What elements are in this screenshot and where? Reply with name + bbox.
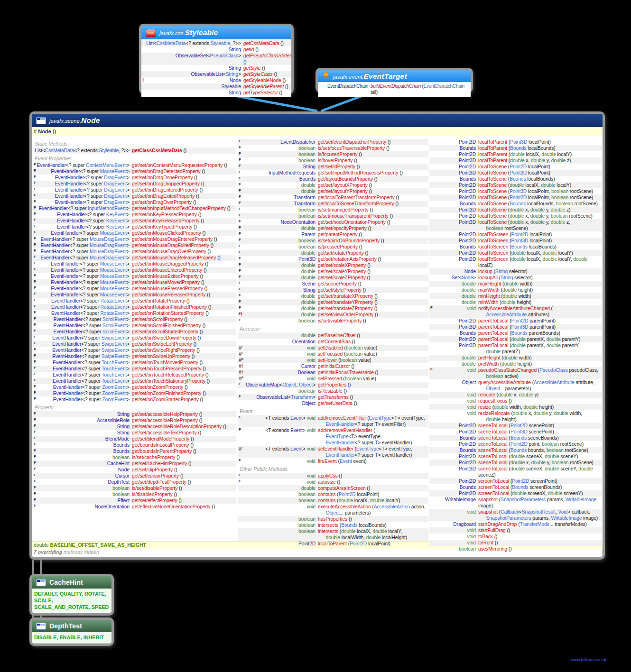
- method-row: Fdoubleget/set/scaleXProperty (): [238, 262, 428, 268]
- method-row: FStringget/set/styleProperty (): [238, 287, 428, 293]
- method-row: StyleablegetStyleableParent (): [141, 83, 291, 90]
- method-row: Point3DparentToLocal (double parentX, do…: [429, 342, 602, 355]
- method-row: #FvoidsetDisabled (boolean value): [238, 345, 428, 351]
- method-row: FEventHandler<? super MouseEvent>get/set…: [33, 261, 236, 267]
- method-row: voidsnapshot (Callback<SnapshotResult, V…: [429, 509, 602, 521]
- method-row: Point3DlocalToScene (double x, double y,…: [429, 219, 602, 231]
- method-row: FEventHandler<? super ScrollEvent>get/se…: [33, 329, 236, 335]
- method-row: FEventHandler<? super ZoomEvent>get/set/…: [33, 384, 236, 390]
- method-row: StringgetTypeSelector (): [141, 90, 291, 96]
- method-row: Point2DparentToLocal (Point2D parentPoin…: [429, 318, 602, 324]
- method-row: FEventHandler<? super DragEvent>get/set/…: [33, 175, 236, 181]
- method-row: #FvoidsetFocused (boolean value): [238, 351, 428, 357]
- method-row: booleancontains (Point2D localPoint): [238, 491, 428, 497]
- watermark-link[interactable]: www.falkhausen.de: [571, 657, 608, 662]
- cachehint-enum-box: CacheHint DEFAULT, QUALITY, ROTATE, SCAL…: [29, 574, 114, 616]
- method-row: Point2DlocalToScreen (Point3D localPoint…: [429, 238, 602, 244]
- method-row: F<T extends Event> voidadd/removeEventFi…: [238, 415, 428, 427]
- method-row: List<CssMetaData<? extends Styleable, ?>…: [33, 147, 236, 154]
- method-row: Fdoubleget/set/opacityProperty (): [238, 225, 428, 231]
- uml-diagram-canvas: css javafx.css.Styleable List<CssMetaDat…: [0, 0, 631, 672]
- method-row: FvoidnotifyAccessibleAttributeChanged ( …: [429, 305, 602, 318]
- eventtarget-class-box: javafx.event.EventTarget EventDispatchCh…: [316, 68, 473, 92]
- method-row: FNodeOrientationget/effectiveNodeOrienta…: [33, 504, 236, 510]
- method-row: FEventHandler<? super ScrollEvent>get/se…: [33, 316, 236, 322]
- method-row: doubleminHeight (double width): [429, 293, 602, 299]
- method-row: Fdoubleget/set/translateXProperty (): [238, 293, 428, 299]
- method-row: Fbooleanis/set/pickOnBoundsProperty (): [238, 238, 428, 244]
- section-label: Other Public Methods: [238, 464, 428, 473]
- depthtest-header: DepthTest: [32, 620, 111, 632]
- node-members-column-2: FEventDispatcherget/set/eventDispatcherP…: [238, 139, 428, 547]
- method-row: FStringget/set/accessibleHelpProperty (): [33, 411, 236, 417]
- method-row: Fdoubleget/set/translateZProperty (): [238, 305, 428, 312]
- method-row: FEventHandler<? super MouseEvent>get/set…: [33, 168, 236, 175]
- method-row: Nodelookup (String selector): [429, 268, 602, 275]
- node-class-box: javafx.scene.Node # Node () Static Metho…: [29, 111, 605, 560]
- method-row: FAccessibleRoleget/set/accessibleRolePro…: [33, 417, 236, 423]
- method-row: FEventHandler<? super KeyEvent>get/set/o…: [33, 224, 236, 230]
- method-row: Fbooleanis/set/disableProperty (): [33, 485, 236, 491]
- css-badge-icon: css: [146, 29, 156, 37]
- node-class-name: Node: [81, 116, 100, 124]
- section-label: Event Properties: [33, 154, 236, 162]
- method-row: FNodeget/set/clipProperty (): [33, 467, 236, 473]
- method-row: FvoidapplyCss (): [238, 473, 428, 479]
- method-row: Point2DlocalToParent (double localX, dou…: [429, 151, 602, 157]
- method-row: Point2DlocalToScene (Point2D localPoint): [429, 164, 602, 170]
- method-row: doubleprefWidth (double height): [429, 361, 602, 367]
- method-row: FInputMethodRequestsget/set/inputMethodR…: [238, 170, 428, 176]
- method-row: Fbooleanis/hoverProperty (): [238, 157, 428, 164]
- depthtest-enum-values: DISABLE, ENABLE, INHERIT: [32, 632, 111, 643]
- method-row: Fbooleanis/set/visibleProperty (): [238, 318, 428, 324]
- method-row: FEventHandler<? super ZoomEvent>get/set/…: [33, 390, 236, 396]
- method-row: FEventHandler<? super DragEvent>get/set/…: [33, 181, 236, 187]
- method-row: BoundslocalToParent (Bounds localBounds): [429, 145, 602, 151]
- node-members-body: Static MethodsList<CssMetaData<? extends…: [32, 136, 603, 541]
- method-row: Fbooleanis/set/mouseTransparentProperty …: [238, 213, 428, 219]
- method-row: Point3DlocalToParent (double x, double y…: [429, 157, 602, 164]
- method-row: ObservableList<String>getStyleClass (): [141, 71, 291, 77]
- method-row: Point2DsceneToLocal (double sceneX, doub…: [429, 453, 602, 460]
- method-row: FTransformget/localToParentTransformProp…: [238, 194, 428, 201]
- node-constructor-row: # Node (): [32, 127, 603, 136]
- method-row: FSceneget/sceneProperty (): [238, 281, 428, 287]
- method-row: Set<Node>lookupAll (String selector): [429, 275, 602, 281]
- method-row: BoundssceneToLocal (Bounds sceneBounds): [429, 435, 602, 441]
- section-label: Accessor: [238, 324, 428, 332]
- method-row: FEventHandler<? super KeyEvent>get/set/o…: [33, 218, 236, 224]
- method-row: Point2DscreenToLocal (double screenX, do…: [429, 490, 602, 497]
- method-row: FEventHandler<? super RotateEvent>get/se…: [33, 304, 236, 310]
- method-row: WritableImagesnapshot (SnapshotParameter…: [429, 497, 602, 509]
- method-row: #FvoidsetPressed (boolean value): [238, 376, 428, 382]
- eventtarget-header: javafx.event.EventTarget: [318, 70, 471, 82]
- node-members-column-1: Static MethodsList<CssMetaData<? extends…: [33, 139, 236, 510]
- eventtarget-members: EventDispatchChainbuildEventDispatchChai…: [318, 82, 471, 97]
- method-row: FObservableMap<Object, Object>getPropert…: [238, 382, 428, 388]
- method-row: FEventHandler<? super SwipeEvent>get/set…: [33, 347, 236, 353]
- method-row: Point2DscreenToLocal (Point2D screenPoin…: [429, 478, 602, 484]
- method-row: Point2DsceneToLocal (Point2D point, bool…: [429, 441, 602, 447]
- method-row: EventDispatchChainbuildEventDispatchChai…: [318, 83, 471, 95]
- method-row: doublemaxHeight (double width): [429, 281, 602, 287]
- window-icon: [36, 117, 46, 124]
- method-row: FEventHandler<? super DragEvent>get/set/…: [33, 193, 236, 199]
- method-row: FEventHandler<? super RotateEvent>get/se…: [33, 298, 236, 304]
- method-row: booleanintersects (Bounds localBounds): [238, 522, 428, 528]
- method-row: Fbooleanis/set/managedProperty (): [238, 207, 428, 213]
- method-row: Fbooleanis/focusedProperty (): [238, 151, 428, 157]
- method-row: StringgetId (): [141, 46, 291, 53]
- section-label: Property: [33, 403, 236, 411]
- method-row: Point2DlocalToScreen (double localX, dou…: [429, 250, 602, 256]
- method-row: FEventHandler<? super MouseEvent>get/set…: [33, 273, 236, 279]
- method-row: doublecomputeAreaInScreen (): [238, 485, 428, 491]
- method-row: Point2DsceneToLocal (Point2D scenePoint): [429, 423, 602, 429]
- method-row: Fdoubleget/set/rotateProperty (): [238, 250, 428, 256]
- method-row: Fvoidautosize (): [238, 479, 428, 485]
- eventtarget-package: javafx.event.: [333, 74, 364, 80]
- method-row: FEventHandler<? super DragEvent>get/set/…: [33, 187, 236, 193]
- method-row: Point3DlocalToScene (Point3D localPoint,…: [429, 188, 602, 194]
- method-row: FEventHandler<? super MouseDragEvent>get…: [33, 255, 236, 261]
- depthtest-enum-name: DepthTest: [49, 622, 82, 630]
- window-icon: [36, 623, 46, 630]
